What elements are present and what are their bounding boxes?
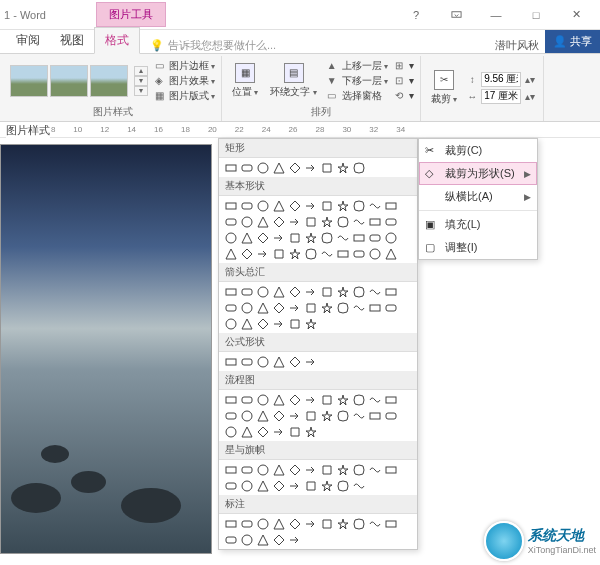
shape-option[interactable] <box>287 284 302 299</box>
shape-option[interactable] <box>271 198 286 213</box>
shape-option[interactable] <box>271 160 286 175</box>
send-backward-button[interactable]: ▼下移一层 <box>325 74 388 88</box>
shape-option[interactable] <box>239 246 254 261</box>
shape-option[interactable] <box>367 300 382 315</box>
shape-option[interactable] <box>223 214 238 229</box>
shape-option[interactable] <box>223 160 238 175</box>
tab-review[interactable]: 审阅 <box>6 28 50 53</box>
shape-option[interactable] <box>303 230 318 245</box>
shape-option[interactable] <box>239 284 254 299</box>
shape-option[interactable] <box>335 478 350 493</box>
shape-option[interactable] <box>239 462 254 477</box>
shape-option[interactable] <box>319 214 334 229</box>
shape-option[interactable] <box>239 532 254 547</box>
shape-option[interactable] <box>319 516 334 531</box>
shape-option[interactable] <box>303 408 318 423</box>
shape-option[interactable] <box>255 408 270 423</box>
shape-option[interactable] <box>303 246 318 261</box>
shape-option[interactable] <box>239 300 254 315</box>
shape-option[interactable] <box>383 246 398 261</box>
width-input[interactable] <box>481 89 521 104</box>
shape-option[interactable] <box>367 284 382 299</box>
shape-option[interactable] <box>255 198 270 213</box>
shape-option[interactable] <box>303 516 318 531</box>
style-thumb[interactable] <box>50 65 88 97</box>
shape-option[interactable] <box>223 392 238 407</box>
picture-layout-button[interactable]: ▦图片版式 <box>152 89 215 103</box>
shape-option[interactable] <box>255 230 270 245</box>
shape-option[interactable] <box>287 214 302 229</box>
shape-option[interactable] <box>255 160 270 175</box>
crop-button[interactable]: ✂裁剪 <box>427 68 461 108</box>
menu-fit[interactable]: ▢调整(I) <box>419 236 537 259</box>
shape-option[interactable] <box>351 478 366 493</box>
shape-option[interactable] <box>223 316 238 331</box>
shape-option[interactable] <box>335 214 350 229</box>
shape-option[interactable] <box>223 300 238 315</box>
shape-option[interactable] <box>287 316 302 331</box>
shape-option[interactable] <box>271 354 286 369</box>
shape-option[interactable] <box>271 230 286 245</box>
shape-option[interactable] <box>255 246 270 261</box>
shape-option[interactable] <box>271 408 286 423</box>
user-name[interactable]: 潜叶风秋 <box>489 38 545 53</box>
shape-option[interactable] <box>287 198 302 213</box>
shape-option[interactable] <box>287 300 302 315</box>
shape-option[interactable] <box>223 284 238 299</box>
shape-option[interactable] <box>287 160 302 175</box>
shape-option[interactable] <box>351 462 366 477</box>
shape-option[interactable] <box>239 230 254 245</box>
shape-option[interactable] <box>351 198 366 213</box>
shape-option[interactable] <box>223 246 238 261</box>
shape-option[interactable] <box>303 424 318 439</box>
tab-format[interactable]: 格式 <box>94 27 140 54</box>
shape-option[interactable] <box>287 354 302 369</box>
shape-option[interactable] <box>303 284 318 299</box>
bring-forward-button[interactable]: ▲上移一层 <box>325 59 388 73</box>
style-thumb[interactable] <box>90 65 128 97</box>
shape-option[interactable] <box>367 516 382 531</box>
shape-option[interactable] <box>335 198 350 213</box>
shape-option[interactable] <box>351 516 366 531</box>
shape-option[interactable] <box>239 316 254 331</box>
wrap-text-button[interactable]: ▤环绕文字 <box>266 61 320 101</box>
shape-option[interactable] <box>223 408 238 423</box>
shape-option[interactable] <box>335 392 350 407</box>
tellme-input[interactable]: 💡 告诉我您想要做什么... <box>150 38 276 53</box>
shape-option[interactable] <box>271 300 286 315</box>
close-button[interactable]: ✕ <box>556 2 596 28</box>
shape-option[interactable] <box>223 478 238 493</box>
shape-option[interactable] <box>239 478 254 493</box>
shape-option[interactable] <box>287 246 302 261</box>
shape-option[interactable] <box>271 516 286 531</box>
shape-option[interactable] <box>255 532 270 547</box>
shape-option[interactable] <box>303 300 318 315</box>
shape-option[interactable] <box>335 300 350 315</box>
shape-option[interactable] <box>271 214 286 229</box>
shape-option[interactable] <box>335 408 350 423</box>
shape-option[interactable] <box>303 354 318 369</box>
shape-option[interactable] <box>383 284 398 299</box>
minimize-button[interactable]: — <box>476 2 516 28</box>
shape-option[interactable] <box>367 198 382 213</box>
shape-option[interactable] <box>351 230 366 245</box>
shape-option[interactable] <box>351 160 366 175</box>
shape-option[interactable] <box>335 516 350 531</box>
shape-option[interactable] <box>319 462 334 477</box>
shape-option[interactable] <box>303 214 318 229</box>
shape-option[interactable] <box>383 408 398 423</box>
shape-option[interactable] <box>351 284 366 299</box>
shape-option[interactable] <box>223 532 238 547</box>
picture-style-gallery[interactable] <box>10 65 128 97</box>
shape-option[interactable] <box>255 462 270 477</box>
shape-option[interactable] <box>319 408 334 423</box>
shape-option[interactable] <box>239 392 254 407</box>
menu-crop-to-shape[interactable]: ◇裁剪为形状(S)▶ <box>419 162 537 185</box>
shape-option[interactable] <box>319 230 334 245</box>
position-button[interactable]: ▦位置 <box>228 61 262 101</box>
shape-option[interactable] <box>223 462 238 477</box>
align-button[interactable]: ⊞▾ <box>392 59 414 73</box>
shape-option[interactable] <box>239 214 254 229</box>
shape-option[interactable] <box>335 230 350 245</box>
selected-image[interactable] <box>0 144 212 554</box>
